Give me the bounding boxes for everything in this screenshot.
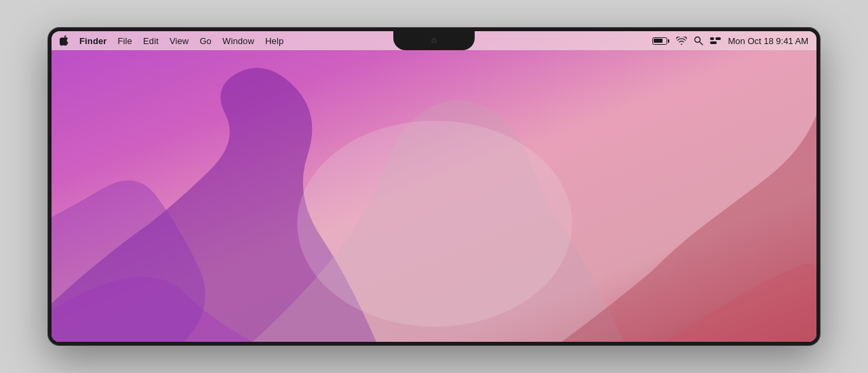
wallpaper [52, 31, 816, 342]
battery-icon [652, 37, 670, 45]
go-menu[interactable]: Go [199, 36, 212, 46]
svg-point-1 [297, 121, 572, 327]
battery-tip [668, 39, 670, 43]
edit-menu[interactable]: Edit [143, 36, 159, 46]
svg-rect-6 [715, 37, 721, 40]
wifi-icon[interactable] [676, 37, 687, 45]
apple-menu-icon[interactable] [60, 35, 68, 46]
window-menu[interactable]: Window [222, 36, 254, 46]
svg-line-3 [700, 42, 703, 45]
svg-rect-4 [710, 37, 714, 40]
help-menu[interactable]: Help [265, 36, 283, 46]
menubar-left: Finder File Edit View Go Window Help [60, 35, 283, 46]
search-icon[interactable] [694, 36, 703, 45]
svg-point-2 [695, 37, 701, 43]
datetime: Mon Oct 18 9:41 AM [728, 36, 808, 46]
notch [393, 31, 475, 50]
battery-body [652, 37, 667, 45]
view-menu[interactable]: View [170, 36, 189, 46]
menubar-right: Mon Oct 18 9:41 AM [652, 36, 808, 46]
control-center-icon[interactable] [710, 37, 721, 45]
finder-menu[interactable]: Finder [79, 36, 107, 46]
file-menu[interactable]: File [118, 36, 132, 46]
camera-dot [431, 38, 437, 43]
mac-frame: Finder File Edit View Go Window Help [47, 27, 821, 346]
screen: Finder File Edit View Go Window Help [52, 31, 816, 342]
svg-rect-5 [710, 41, 717, 44]
battery-fill [654, 39, 663, 43]
